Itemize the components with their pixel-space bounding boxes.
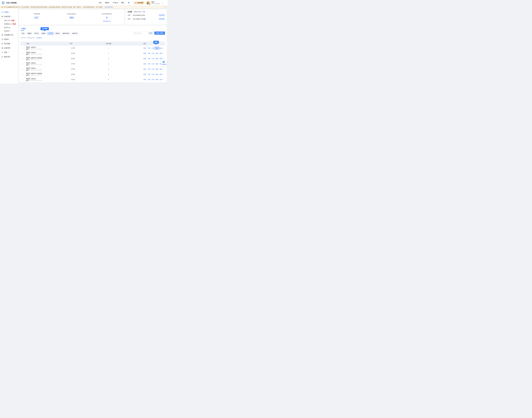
row-date: 2025-09-19 17:24:51 — [31, 54, 42, 55]
sidebar-item-live-codes[interactable]: 活码 (119) new — [0, 19, 18, 22]
row-name: 示例文件 — [31, 78, 36, 80]
download-action[interactable]: 下载 — [148, 47, 150, 49]
sidebar-label: 问卷调研 (16) — [4, 34, 13, 36]
preview-action[interactable]: 预览 — [143, 79, 146, 81]
row-checkbox[interactable] — [22, 47, 24, 49]
create-qr-button[interactable]: 创建二维码 — [154, 32, 165, 35]
more-action[interactable]: 更多 — [160, 52, 164, 54]
tab-micropage-code[interactable]: 微页面活码 — [61, 32, 70, 35]
traffic-row: 流量 138.22MB/10.00GB 购买流量 — [127, 18, 165, 20]
edit-action[interactable]: 编辑 — [156, 68, 158, 70]
sidebar-item-static-codes[interactable]: 静态码 (8) — [0, 26, 18, 29]
sidebar-item-settings[interactable]: 设置 — [0, 50, 18, 55]
download-action[interactable]: 下载 — [148, 68, 150, 70]
close-icon[interactable] — [164, 6, 166, 8]
survey-icon — [1, 34, 3, 36]
sidebar-item-member-management[interactable]: 成员管理 — [0, 46, 18, 50]
buy-traffic-button[interactable]: 购买流量 — [159, 18, 165, 20]
share-action[interactable]: 分享 — [151, 73, 154, 75]
select-all-checkbox[interactable] — [22, 43, 24, 44]
share-action[interactable]: 分享 — [151, 79, 154, 81]
preview-action[interactable]: 预览 — [143, 47, 146, 49]
row-checkbox[interactable] — [22, 53, 24, 54]
edit-action[interactable]: 编辑 — [156, 79, 158, 81]
sidebar-item-label-styles[interactable]: 标签样式 — [0, 29, 18, 33]
traffic-label: 流量 — [127, 18, 133, 20]
sidebar-item-content-management[interactable]: 内容管理 — [0, 14, 18, 19]
download-action[interactable]: 下载 — [148, 79, 150, 81]
upgrade-renew-button[interactable]: 升级/续费 — [134, 1, 144, 4]
more-action[interactable]: 更多 — [160, 79, 164, 81]
row-name: 示例文件 — [31, 52, 36, 53]
page-title[interactable]: 二维码 — [21, 28, 25, 30]
share-action[interactable]: 分享 — [151, 47, 154, 49]
tab-audio-code[interactable]: 音频码 — [40, 32, 46, 35]
row-type: 文件码 — [70, 68, 105, 70]
row-date: 2025-09-19 16:25:04 — [31, 75, 42, 76]
download-action[interactable]: 下载 — [148, 52, 150, 54]
sidebar-item-surveys[interactable]: 问卷调研 (16) — [0, 33, 18, 37]
sidebar-item-wechat-live-code[interactable]: 微信活码 — [0, 55, 18, 59]
share-action[interactable]: 分享 — [151, 68, 154, 70]
header-type: 类别 — [70, 43, 105, 45]
nav-vip-member[interactable]: VIP会员 — [113, 2, 118, 4]
header-scan-total: 扫码总数 — [105, 43, 112, 45]
download-action[interactable]: 下载 — [148, 63, 150, 65]
tab-file-code[interactable]: 文件码 — [47, 32, 54, 35]
qr-grid-icon — [1, 16, 3, 17]
edit-action-highlighted[interactable]: 编辑 — [155, 47, 159, 50]
row-checkbox[interactable] — [22, 63, 24, 65]
nav-home[interactable]: 首页 — [99, 2, 102, 4]
tab-all[interactable]: 全部 — [21, 32, 25, 35]
buy-storage-button[interactable]: 购买容量 — [159, 14, 165, 16]
row-checkbox[interactable] — [22, 69, 24, 70]
more-action[interactable]: 更多 — [160, 73, 164, 75]
nav-template-library[interactable]: 模板库 — [105, 2, 109, 4]
tab-batch-subcode[interactable]: 批量子码 — [71, 32, 79, 35]
online-support-widget[interactable]: 在线咨询 — [161, 59, 167, 66]
tab-url-code[interactable]: 网址码 — [55, 32, 61, 35]
chevron-down-icon — [163, 74, 164, 75]
share-action[interactable]: 分享 — [151, 63, 154, 65]
row-checkbox[interactable] — [22, 74, 24, 75]
preview-action[interactable]: 预览 — [143, 73, 146, 75]
user-meta[interactable]: Niko 组织ID:1329284 — [151, 1, 160, 4]
edit-action[interactable]: 编辑 — [156, 73, 158, 75]
row-checkbox[interactable] — [22, 79, 24, 80]
edit-action[interactable]: 编辑 — [156, 63, 158, 65]
share-action[interactable]: 分享 — [151, 52, 154, 54]
edit-action[interactable]: 编辑 — [156, 52, 158, 54]
sidebar-label: 激活码 — [4, 38, 9, 40]
download-action[interactable]: 下载 — [148, 73, 150, 75]
sidebar-item-batch-templates[interactable]: 批量模版 (4) new — [0, 22, 18, 26]
search-input[interactable] — [133, 32, 148, 35]
sidebar-item-ebook[interactable]: 电子画册 — [0, 42, 18, 46]
more-action[interactable]: 更多 — [160, 68, 164, 70]
user-avatar[interactable]: VIP — [146, 1, 150, 4]
content-policy-link[interactable]: 《内容管理规范》 — [104, 6, 114, 8]
upgrade-label: 升级/续费 — [137, 2, 143, 4]
batch-actions-link[interactable]: 批量操作 — [36, 37, 42, 39]
download-action[interactable]: 下载 — [148, 58, 150, 59]
sidebar-item-activation-codes[interactable]: 激活码 — [0, 37, 18, 42]
tab-video-code[interactable]: 视频码 — [26, 32, 33, 35]
preview-action[interactable]: 预览 — [143, 68, 146, 70]
nav-help[interactable]: 帮助 — [121, 2, 124, 4]
row-checkbox[interactable] — [22, 58, 24, 59]
share-action[interactable]: 分享 — [151, 58, 154, 59]
chevron-up-icon[interactable] — [162, 2, 163, 3]
sidebar-item-workbench[interactable]: 工作台 — [0, 10, 18, 14]
plan-tier: 企业版 — [127, 11, 132, 13]
preview-action[interactable]: 预览 — [143, 52, 146, 54]
table-row: 批量生码-示例表格 2025-09-19 17:24:19 文件码 5 预览 下… — [21, 56, 165, 61]
chevron-down-icon — [163, 53, 164, 54]
edit-action[interactable]: 编辑 — [156, 58, 158, 59]
preview-action[interactable]: 预览 — [143, 63, 146, 65]
preview-action[interactable]: 预览 — [143, 58, 146, 59]
view-data-details-link[interactable]: 查看数据详情 — [103, 20, 111, 22]
tab-image-code[interactable]: 图片码 — [34, 32, 40, 35]
search-button[interactable]: 搜索 — [148, 32, 153, 35]
renew-link[interactable]: 续费 — [142, 11, 145, 13]
notification-bell-icon[interactable] — [128, 2, 130, 4]
more-action[interactable]: 更多 — [160, 47, 164, 49]
